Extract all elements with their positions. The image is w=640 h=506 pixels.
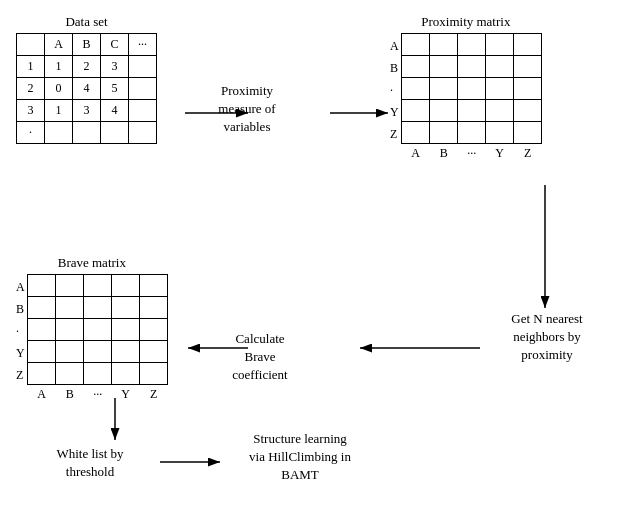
proximity-matrix-section: Proximity matrix A B · Y Z	[390, 14, 542, 161]
brave-matrix-section: Brave matrix A B · Y Z	[16, 255, 168, 402]
prox-col-a: A	[402, 146, 430, 161]
brave-col-a: A	[28, 387, 56, 402]
prox-row-b: B	[390, 57, 399, 79]
dataset-table: A B C ··· 1 1 2 3 2 0 4 5 3 1	[16, 33, 157, 144]
brave-col-dots: ···	[84, 387, 112, 402]
proximity-matrix-label: Proximity matrix	[390, 14, 542, 30]
brave-row-a: A	[16, 276, 25, 298]
brave-row-z: Z	[16, 364, 25, 386]
proximity-measure-label: Proximitymeasure ofvariables	[192, 82, 302, 137]
hillclimbing-label: Structure learningvia HillClimbing inBAM…	[210, 430, 390, 485]
brave-col-y: Y	[112, 387, 140, 402]
proximity-matrix-table	[401, 33, 542, 144]
brave-row-dot: ·	[16, 320, 25, 342]
dataset-col-a: A	[45, 34, 73, 56]
prox-col-z: Z	[514, 146, 542, 161]
get-neighbors-label: Get N nearestneighbors byproximity	[472, 310, 622, 365]
dataset-col-dots: ···	[129, 34, 157, 56]
brave-matrix-label: Brave matrix	[16, 255, 168, 271]
prox-row-z: Z	[390, 123, 399, 145]
prox-row-a: A	[390, 35, 399, 57]
prox-col-y: Y	[486, 146, 514, 161]
brave-col-z: Z	[140, 387, 168, 402]
brave-col-b: B	[56, 387, 84, 402]
prox-row-dot: ·	[390, 79, 399, 101]
calculate-brave-label: CalculateBravecoefficient	[195, 330, 325, 385]
prox-col-b: B	[430, 146, 458, 161]
dataset-col-b: B	[73, 34, 101, 56]
prox-row-y: Y	[390, 101, 399, 123]
whitelist-label: White list bythreshold	[30, 445, 150, 481]
brave-row-b: B	[16, 298, 25, 320]
dataset-label: Data set	[16, 14, 157, 30]
dataset-col-c: C	[101, 34, 129, 56]
diagram: Data set A B C ··· 1 1 2 3 2 0 4 5	[0, 0, 640, 506]
brave-matrix-table	[27, 274, 168, 385]
brave-row-y: Y	[16, 342, 25, 364]
dataset-section: Data set A B C ··· 1 1 2 3 2 0 4 5	[16, 14, 157, 144]
prox-col-dots: ···	[458, 146, 486, 161]
